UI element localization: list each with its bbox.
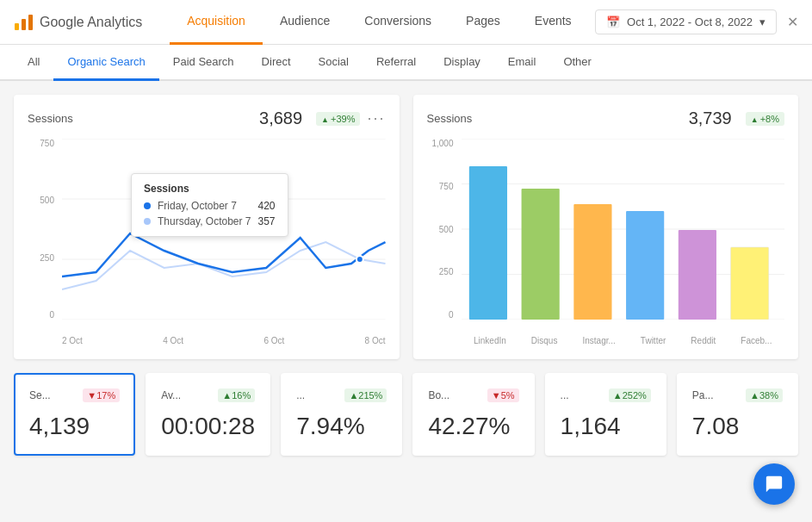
sub-nav-display[interactable]: Display <box>430 45 494 81</box>
right-chart-badge: +8% <box>746 112 784 126</box>
sub-nav-paid-search[interactable]: Paid Search <box>159 45 248 81</box>
metric-header-3: Bo... ▼5% <box>428 388 518 402</box>
tooltip-dot-1 <box>144 202 151 209</box>
tooltip-val-2: 357 <box>258 215 276 227</box>
sub-nav-social[interactable]: Social <box>305 45 363 81</box>
content: Sessions 3,689 +39% ··· 7505002500 <box>0 81 812 469</box>
calendar-icon: 📅 <box>606 16 620 28</box>
x-axis-labels: 2 Oct4 Oct6 Oct8 Oct <box>62 336 386 345</box>
tooltip-row-1: Friday, October 7 420 <box>144 200 276 212</box>
tooltip-val-1: 420 <box>258 200 276 212</box>
svg-rect-18 <box>730 247 768 320</box>
metric-header-4: ... ▲252% <box>561 388 651 402</box>
close-button[interactable]: ✕ <box>787 14 798 30</box>
metric-badge-1: ▲16% <box>218 388 255 402</box>
sub-nav-referral[interactable]: Referral <box>363 45 430 81</box>
y-axis-labels: 7505002500 <box>28 139 58 320</box>
metric-header-1: Av... ▲16% <box>161 388 255 402</box>
bar-y-labels: 1,0007505002500 <box>427 139 457 320</box>
right-chart-title: Sessions <box>427 112 473 125</box>
nav-audience[interactable]: Audience <box>263 0 347 45</box>
metric-name-2: ... <box>296 389 305 401</box>
nav-acquisition[interactable]: Acquisition <box>170 0 263 45</box>
bar-label-instagram: Instagr... <box>582 336 615 345</box>
metric-badge-0: ▼17% <box>83 388 120 402</box>
metric-header-5: Pa... ▲38% <box>692 388 783 402</box>
date-picker[interactable]: 📅 Oct 1, 2022 - Oct 8, 2022 ▾ <box>595 9 777 34</box>
bar-chart: 1,0007505002500 <box>427 139 785 345</box>
header: Google Analytics Acquisition Audience Co… <box>0 0 812 45</box>
main-nav: Acquisition Audience Conversions Pages E… <box>170 0 595 45</box>
logo: Google Analytics <box>14 12 142 33</box>
svg-rect-1 <box>22 19 26 30</box>
metric-badge-3: ▼5% <box>487 388 519 402</box>
left-chart-header: Sessions 3,689 +39% ··· <box>28 109 386 128</box>
sub-nav-other[interactable]: Other <box>549 45 605 81</box>
sub-nav-all[interactable]: All <box>14 45 53 81</box>
metric-badge-4: ▲252% <box>609 388 651 402</box>
tooltip-title: Sessions <box>144 183 276 195</box>
logo-icon <box>14 12 34 33</box>
metric-value-1: 00:00:28 <box>161 413 255 440</box>
bar-label-twitter: Twitter <box>641 336 666 345</box>
svg-rect-17 <box>678 230 716 320</box>
metric-header-2: ... ▲215% <box>296 388 387 402</box>
metric-badge-5: ▲38% <box>746 388 783 402</box>
metric-card-5[interactable]: ... ▲252% 1,164 <box>545 373 666 456</box>
left-chart-card: Sessions 3,689 +39% ··· 7505002500 <box>14 95 400 359</box>
nav-pages[interactable]: Pages <box>449 0 518 45</box>
right-chart-card: Sessions 3,739 +8% 1,0007505002500 <box>413 95 799 359</box>
svg-rect-16 <box>626 211 664 320</box>
nav-events[interactable]: Events <box>518 0 589 45</box>
chart-menu-button[interactable]: ··· <box>367 109 385 127</box>
metric-name-0: Se... <box>29 389 51 401</box>
left-chart-badge: +39% <box>316 112 360 126</box>
logo-text: Google Analytics <box>40 15 142 30</box>
up-arrow-icon-2 <box>751 114 759 124</box>
metric-card-sessions[interactable]: Se... ▼17% 4,139 <box>14 373 135 456</box>
metric-card-avg-session[interactable]: Av... ▲16% 00:00:28 <box>146 373 270 456</box>
metric-value-0: 4,139 <box>29 413 120 440</box>
left-chart-title: Sessions <box>28 112 73 125</box>
chevron-down-icon: ▾ <box>759 16 766 28</box>
svg-rect-2 <box>28 15 33 30</box>
metric-value-2: 7.94% <box>296 413 387 440</box>
metric-badge-2: ▲215% <box>344 388 387 402</box>
bar-label-facebook: Faceb... <box>741 336 772 345</box>
tooltip-row-2: Thursday, October 7 357 <box>144 215 276 227</box>
bar-label-reddit: Reddit <box>691 336 716 345</box>
nav-conversions[interactable]: Conversions <box>347 0 449 45</box>
line-chart-tooltip: Sessions Friday, October 7 420 Thursday,… <box>131 173 288 237</box>
bar-label-linkedin: LinkedIn <box>474 336 506 345</box>
right-chart-header: Sessions 3,739 +8% <box>427 109 785 128</box>
metric-name-4: ... <box>561 389 569 401</box>
sub-nav-organic-search[interactable]: Organic Search <box>53 45 158 81</box>
up-arrow-icon <box>321 114 329 124</box>
sub-nav: All Organic Search Paid Search Direct So… <box>0 45 812 81</box>
metric-header-0: Se... ▼17% <box>29 388 120 402</box>
left-chart-value: 3,689 <box>259 109 302 128</box>
metrics-row: Se... ▼17% 4,139 Av... ▲16% 00:00:28 ...… <box>14 373 798 456</box>
charts-row: Sessions 3,689 +39% ··· 7505002500 <box>14 95 798 359</box>
bar-chart-svg <box>462 139 785 320</box>
metric-card-3[interactable]: ... ▲215% 7.94% <box>281 373 402 456</box>
metric-name-1: Av... <box>161 389 181 401</box>
tooltip-label-1: Friday, October 7 <box>158 200 251 212</box>
metric-value-4: 1,164 <box>561 413 651 440</box>
svg-rect-13 <box>468 166 506 320</box>
bar-x-labels: LinkedIn Disqus Instagr... Twitter Reddi… <box>462 336 785 345</box>
metric-name-5: Pa... <box>692 389 714 401</box>
sub-nav-email[interactable]: Email <box>494 45 550 81</box>
svg-point-7 <box>356 256 363 263</box>
tooltip-dot-2 <box>144 218 151 225</box>
line-chart: 7505002500 <box>28 139 386 345</box>
metric-value-5: 7.08 <box>692 413 783 440</box>
metric-card-bounce[interactable]: Bo... ▼5% 42.27% <box>412 373 534 456</box>
tooltip-label-2: Thursday, October 7 <box>158 215 251 227</box>
bar-label-disqus: Disqus <box>531 336 558 345</box>
date-range-label: Oct 1, 2022 - Oct 8, 2022 <box>627 16 753 28</box>
svg-rect-14 <box>521 189 559 320</box>
metric-card-pages[interactable]: Pa... ▲38% 7.08 <box>677 373 798 456</box>
sub-nav-direct[interactable]: Direct <box>248 45 305 81</box>
svg-rect-15 <box>573 204 611 320</box>
